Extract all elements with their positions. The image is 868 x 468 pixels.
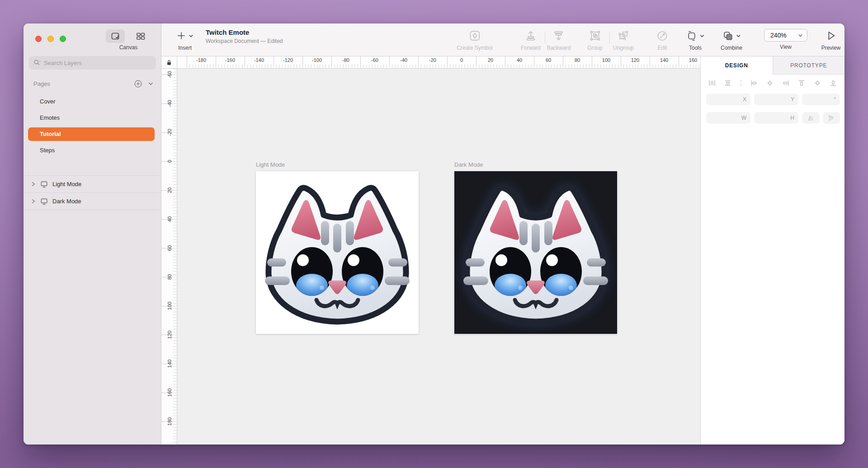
- ruler-label: -180: [187, 56, 216, 68]
- ungroup-button: Ungroup: [613, 29, 634, 51]
- tools-icon: [686, 30, 698, 42]
- ruler-label: 160: [679, 56, 700, 68]
- tab-prototype[interactable]: PROTOTYPE: [773, 56, 845, 75]
- insert-button[interactable]: Insert: [176, 29, 193, 51]
- ruler-label: -40: [389, 56, 418, 68]
- zoom-window-button[interactable]: [60, 36, 66, 42]
- artboard[interactable]: [256, 171, 419, 334]
- width-field[interactable]: W: [706, 112, 750, 124]
- inspector-panel: DESIGN PROTOTYPE: [700, 56, 844, 445]
- ruler-label: -60: [360, 56, 389, 68]
- page-item[interactable]: Tutorial: [28, 127, 155, 141]
- pages-list: Cover Emotes Tutorial Steps: [24, 95, 161, 160]
- document-title: Twitch Emote: [206, 28, 283, 36]
- align-right-icon: [782, 79, 790, 87]
- search-layers-field[interactable]: [29, 56, 156, 70]
- distribute-horizontally-icon: [708, 79, 716, 87]
- backward-icon: [553, 29, 565, 42]
- flip-vertical-icon: [827, 114, 835, 122]
- cat-emote-illustration: [256, 171, 419, 334]
- page-item[interactable]: Steps: [28, 144, 155, 157]
- inspector-tabs: DESIGN PROTOTYPE: [701, 56, 844, 75]
- create-symbol-icon: [468, 29, 481, 42]
- group-button: Group: [587, 29, 602, 51]
- geometry-fields: X Y ° W: [701, 87, 844, 124]
- layer-label: Dark Mode: [52, 198, 81, 205]
- width-input[interactable]: [710, 115, 741, 121]
- layer-row[interactable]: Light Mode: [24, 176, 161, 193]
- ruler-label: -160: [216, 56, 245, 68]
- x-position-field[interactable]: X: [706, 94, 750, 105]
- search-input[interactable]: [44, 60, 152, 66]
- zoom-level-dropdown[interactable]: 240%: [764, 29, 807, 42]
- group-icon: [589, 29, 601, 42]
- ruler-label: -80: [331, 56, 360, 68]
- plus-icon: [176, 31, 186, 41]
- ruler-label: -20: [418, 56, 447, 68]
- page-item[interactable]: Emotes: [28, 111, 155, 125]
- ruler-label: -140: [245, 56, 274, 68]
- ruler-label: 180: [161, 414, 177, 430]
- tools-button[interactable]: Tools: [686, 29, 705, 51]
- artboard[interactable]: [454, 171, 617, 334]
- alignment-toolbar: [701, 75, 844, 87]
- align-center-horizontally-icon: [766, 79, 774, 87]
- page-item[interactable]: Cover: [28, 95, 155, 108]
- close-button[interactable]: [35, 36, 42, 42]
- canvas-view-button[interactable]: [106, 29, 125, 43]
- chevron-down-icon: [736, 33, 741, 38]
- ruler-label: 100: [161, 298, 177, 314]
- desktop-background: Canvas Pages: [0, 0, 868, 468]
- y-position-field[interactable]: Y: [754, 94, 798, 105]
- chevron-right-icon[interactable]: [31, 199, 36, 204]
- lock-icon: [166, 60, 172, 66]
- canvas[interactable]: Light Mode Dark Mode: [177, 69, 700, 445]
- chevron-down-icon: [798, 33, 803, 38]
- toolbar: Insert Twitch Emote Workspace Document —…: [161, 23, 844, 56]
- ruler-label: 140: [161, 356, 177, 372]
- ruler-label: 40: [161, 211, 177, 227]
- preview-button[interactable]: Preview: [821, 29, 841, 51]
- add-page-icon[interactable]: [134, 80, 142, 88]
- height-field[interactable]: H: [754, 112, 798, 124]
- chevron-down-icon: [189, 33, 193, 38]
- ruler-label: -20: [161, 125, 177, 140]
- artboard-title[interactable]: Light Mode: [256, 161, 419, 168]
- height-input[interactable]: [758, 115, 790, 121]
- combine-button[interactable]: Combine: [721, 29, 742, 51]
- rotation-input[interactable]: [806, 96, 834, 103]
- zoom-level-value: 240%: [770, 32, 798, 39]
- collapse-pages-icon[interactable]: [148, 81, 154, 87]
- minimize-button[interactable]: [47, 36, 54, 42]
- tab-design[interactable]: DESIGN: [701, 56, 773, 75]
- artboard-group: Dark Mode: [454, 161, 617, 334]
- view-toggle-label: Canvas: [106, 44, 151, 51]
- distribute-vertically-icon: [724, 79, 732, 87]
- forward-icon: [525, 29, 537, 42]
- zoom-dropdown-group: 240% View: [764, 29, 807, 50]
- chevron-right-icon[interactable]: [31, 182, 36, 187]
- combine-icon: [722, 30, 734, 42]
- document-subtitle: Workspace Document — Edited: [206, 38, 283, 44]
- rotation-field[interactable]: °: [802, 94, 840, 105]
- y-input[interactable]: [758, 96, 791, 103]
- left-sidebar: Canvas Pages: [24, 23, 161, 445]
- ruler-label: 80: [161, 269, 177, 285]
- ruler-label: 20: [476, 56, 505, 68]
- layer-row[interactable]: Dark Mode: [24, 193, 161, 210]
- ruler-label: 120: [621, 56, 650, 68]
- ruler-label: -120: [274, 56, 302, 68]
- ruler-label: -60: [161, 69, 177, 83]
- move-forward-button: Forward: [521, 29, 541, 51]
- artboard-title[interactable]: Dark Mode: [454, 161, 617, 168]
- artboard-icon: [40, 197, 48, 206]
- x-input[interactable]: [710, 96, 743, 103]
- search-icon: [33, 59, 41, 67]
- artboards-container: Light Mode Dark Mode: [256, 161, 617, 334]
- align-bottom-icon: [829, 79, 837, 87]
- grid-view-button[interactable]: [131, 29, 150, 43]
- edit-pencil-icon: [656, 29, 669, 42]
- cat-emote-illustration: [454, 171, 617, 334]
- ruler-lock[interactable]: [161, 56, 177, 69]
- layer-list: Light Mode: [24, 175, 161, 210]
